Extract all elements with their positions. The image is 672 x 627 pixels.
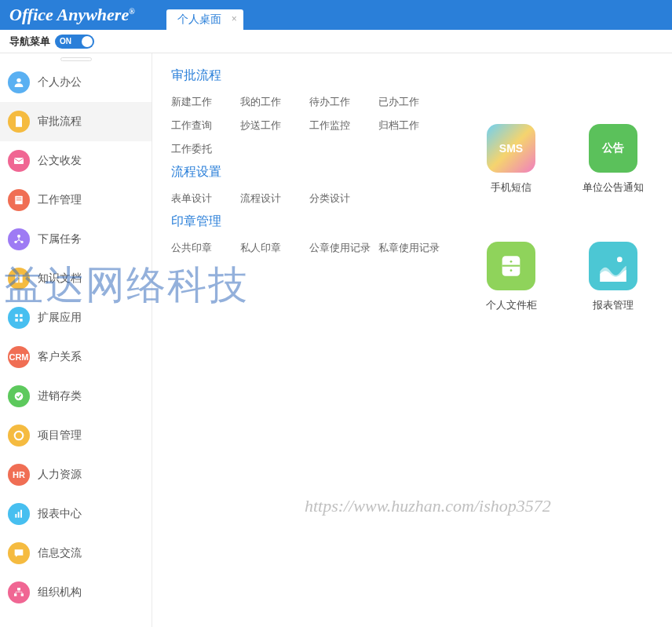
flyout-link[interactable]: 私人印章 (240, 241, 309, 255)
nav-label: 审批流程 (38, 115, 82, 129)
app-icon (589, 242, 637, 290)
sidebar-item-8[interactable]: 进销存类 (0, 377, 152, 416)
nav-label: 项目管理 (38, 428, 82, 443)
flyout-link[interactable]: 公共印章 (171, 241, 240, 255)
nav-icon (8, 503, 30, 525)
flyout-link[interactable]: 我的工作 (240, 95, 309, 109)
svg-rect-19 (17, 588, 20, 590)
app-logo: Office Anywhere® (9, 5, 143, 25)
svg-rect-1 (16, 119, 20, 120)
flyout-link[interactable]: 分类设计 (309, 191, 378, 206)
app-tile-0[interactable]: SMS手机短信 (476, 124, 546, 195)
svg-rect-21 (21, 593, 24, 596)
svg-rect-16 (15, 514, 16, 518)
flyout-link[interactable]: 工作委托 (171, 142, 240, 156)
flyout-link[interactable]: 抄送工作 (240, 118, 309, 133)
svg-point-26 (617, 257, 623, 262)
tab-label: 个人桌面 (177, 13, 221, 25)
flyout-link[interactable]: 流程设计 (240, 191, 309, 206)
sidebar-item-2[interactable]: 公文收发 (0, 141, 152, 180)
nav-label: 报表中心 (38, 507, 82, 521)
nav-icon (8, 542, 30, 564)
app-tile-1[interactable]: 公告单位公告通知 (578, 124, 648, 195)
nav-menu-label: 导航菜单 (9, 35, 50, 49)
nav-icon (8, 385, 30, 407)
sidebar-item-3[interactable]: 工作管理 (0, 180, 152, 220)
sidebar-item-11[interactable]: 报表中心 (0, 494, 152, 534)
nav-icon (8, 268, 30, 290)
nav-icon (8, 581, 30, 603)
nav-icon: HR (8, 464, 30, 486)
nav-label: 工作管理 (38, 193, 82, 207)
svg-point-0 (16, 78, 20, 82)
nav-icon: CRM (8, 346, 30, 368)
svg-rect-20 (14, 593, 16, 596)
flyout-link[interactable]: 公章使用记录 (309, 241, 378, 255)
app-tile-2[interactable]: 个人文件柜 (476, 242, 546, 312)
toggle-state: ON (60, 37, 71, 46)
sidebar-item-0[interactable]: 个人办公 (0, 63, 152, 102)
svg-point-23 (510, 261, 513, 263)
svg-rect-10 (15, 314, 18, 317)
flyout-link[interactable]: 私章使用记录 (378, 241, 447, 255)
nav-icon (8, 228, 30, 250)
nav-toggle[interactable]: ON (55, 35, 94, 49)
sidebar-item-10[interactable]: HR人力资源 (0, 455, 152, 494)
flyout-section-title: 审批流程 (171, 67, 447, 84)
app-icon: SMS (487, 124, 535, 173)
nav-label: 进销存类 (38, 389, 82, 403)
nav-icon (8, 150, 30, 172)
nav-label: 客户关系 (38, 350, 82, 364)
close-icon[interactable]: × (232, 13, 237, 24)
top-bar: Office Anywhere® 个人桌面 × (0, 0, 672, 30)
sidebar-item-7[interactable]: CRM客户关系 (0, 337, 152, 377)
sidebar-item-9[interactable]: 项目管理 (0, 416, 152, 455)
nav-label: 人力资源 (38, 468, 82, 482)
svg-rect-12 (15, 319, 18, 322)
flyout-panel: 审批流程新建工作我的工作待办工作已办工作工作查询抄送工作工作监控归档工作工作委托… (152, 53, 466, 272)
app-label: 个人文件柜 (476, 298, 546, 312)
sub-header: 导航菜单 ON (0, 30, 672, 53)
flyout-link[interactable]: 归档工作 (378, 118, 447, 133)
nav-icon (8, 307, 30, 329)
flyout-link[interactable]: 表单设计 (171, 191, 240, 206)
svg-point-7 (17, 235, 20, 238)
flyout-link[interactable]: 工作监控 (309, 118, 378, 133)
nav-icon (8, 71, 30, 93)
svg-rect-25 (502, 265, 520, 267)
sidebar-handle[interactable] (0, 55, 152, 63)
svg-rect-17 (18, 512, 20, 517)
flyout-section-title: 印章管理 (171, 213, 447, 230)
flyout-link[interactable]: 工作查询 (171, 118, 240, 133)
nav-icon (8, 189, 30, 211)
flyout-section-title: 流程设置 (171, 164, 447, 180)
nav-label: 个人办公 (38, 75, 82, 89)
app-icon: 公告 (589, 124, 637, 173)
nav-label: 组织机构 (38, 585, 82, 600)
nav-label: 下属任务 (38, 232, 82, 246)
flyout-link[interactable]: 待办工作 (309, 95, 378, 109)
svg-rect-13 (20, 319, 23, 322)
app-icon (487, 242, 535, 290)
app-label: 手机短信 (476, 180, 546, 195)
sidebar-item-1[interactable]: 审批流程 (0, 102, 152, 141)
app-tile-3[interactable]: 报表管理 (578, 242, 648, 312)
sidebar-item-12[interactable]: 信息交流 (0, 534, 152, 573)
svg-rect-18 (20, 510, 22, 518)
svg-rect-2 (16, 122, 20, 122)
sidebar-item-4[interactable]: 下属任务 (0, 220, 152, 259)
nav-label: 知识文档 (38, 272, 82, 286)
sidebar-item-6[interactable]: 扩展应用 (0, 298, 152, 337)
flyout-link[interactable]: 新建工作 (171, 95, 240, 109)
sidebar-item-5[interactable]: 知识文档 (0, 259, 152, 298)
sidebar-item-13[interactable]: 组织机构 (0, 573, 152, 612)
nav-label: 公文收发 (38, 154, 82, 168)
flyout-link[interactable]: 已办工作 (378, 95, 447, 109)
main-area: 个人办公审批流程公文收发工作管理下属任务知识文档扩展应用CRM客户关系进销存类项… (0, 53, 672, 627)
nav-icon (8, 111, 30, 133)
sidebar: 个人办公审批流程公文收发工作管理下属任务知识文档扩展应用CRM客户关系进销存类项… (0, 53, 152, 627)
nav-label: 信息交流 (38, 546, 82, 560)
tab-personal-desktop[interactable]: 个人桌面 × (166, 9, 243, 30)
app-label: 单位公告通知 (578, 180, 648, 195)
content-area: 审批流程新建工作我的工作待办工作已办工作工作查询抄送工作工作监控归档工作工作委托… (152, 53, 672, 627)
